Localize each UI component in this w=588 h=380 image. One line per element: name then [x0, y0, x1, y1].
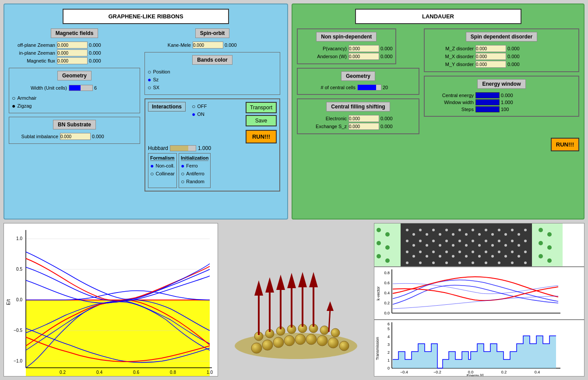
armchair-radio[interactable]: ○ Armchair [12, 94, 36, 101]
svg-point-108 [498, 251, 500, 253]
svg-point-134 [547, 258, 552, 263]
pvacancy-label: P(vacancy) [300, 46, 349, 51]
svg-point-67 [478, 233, 481, 236]
windowwidth-value: 1.000 [501, 100, 513, 105]
run-button[interactable]: RUN!!! [246, 130, 277, 143]
hubbard-value: 1.000 [198, 145, 211, 151]
svg-point-83 [458, 240, 461, 242]
spindisorder-label: Spin dependent disorder [466, 32, 537, 42]
svg-point-29 [339, 341, 349, 351]
bn-substrate-label: BN Substrate [53, 120, 96, 129]
centralcells-label: # of central cells [300, 85, 357, 90]
svg-point-97 [426, 255, 428, 258]
on-radio[interactable]: ●ON [192, 111, 207, 118]
collinear-radio[interactable]: ○Collinear [150, 170, 175, 177]
kanemele-label: Kane-Mele [144, 42, 193, 48]
magnetic-fields-label: Magnetic fields [51, 28, 99, 38]
zigzag-label: Zigzag [17, 103, 32, 108]
off-radio[interactable]: ○OFF [192, 103, 207, 110]
width-label: Width (Unit cells) [12, 85, 69, 91]
my-input[interactable] [475, 61, 506, 68]
random-radio[interactable]: ○Random [181, 178, 209, 185]
svg-point-81 [445, 240, 448, 242]
position-radio[interactable]: ○Position [148, 68, 277, 75]
zigzag-radio[interactable]: ● Zigzag [12, 102, 36, 109]
svg-point-21 [251, 343, 262, 353]
svg-point-28 [328, 338, 338, 348]
svg-point-114 [419, 261, 422, 264]
lattice-svg [374, 223, 563, 267]
off-plane-label: off-plane Zeeman [9, 42, 57, 48]
svg-point-23 [273, 337, 284, 348]
centralcells-value: 20 [383, 85, 388, 90]
svg-point-95 [412, 255, 415, 258]
svg-point-98 [432, 251, 435, 253]
electronic-input[interactable] [349, 115, 379, 122]
centralenergy-slider[interactable] [475, 92, 500, 98]
svg-text:0.2: 0.2 [384, 301, 390, 305]
kanemele-input[interactable] [193, 42, 223, 49]
anderson-value: 0.000 [380, 54, 393, 59]
svg-point-127 [377, 254, 381, 258]
antiferro-radio[interactable]: ○Antiferro [181, 170, 209, 177]
svg-marker-39 [254, 280, 263, 296]
svg-point-74 [524, 229, 527, 231]
svg-text:1: 1 [387, 358, 390, 363]
svg-point-99 [439, 255, 441, 258]
right-run-button[interactable]: RUN!!! [551, 138, 579, 151]
width-slider[interactable] [69, 85, 93, 91]
my-label: M_Y disorder [427, 62, 475, 67]
mx-label: M_X disorder [427, 54, 475, 59]
transmission-chart: 0 1 2 3 4 5 6 −0.4 −0.2 0.0 0.2 0.4 Tran… [374, 320, 584, 377]
ferro-radio[interactable]: ●Ferro [181, 162, 209, 169]
off-plane-input[interactable] [57, 42, 88, 49]
transport-button[interactable]: Transport [246, 102, 277, 113]
hubbard-slider[interactable] [170, 145, 196, 151]
anderson-input[interactable] [349, 53, 379, 60]
save-button[interactable]: Save [246, 115, 277, 126]
svg-point-22 [262, 340, 273, 350]
mx-input[interactable] [475, 53, 506, 60]
centralcells-slider[interactable] [357, 84, 381, 91]
svg-rect-0 [26, 300, 210, 376]
svg-text:−0.5: −0.5 [14, 328, 22, 333]
svg-point-119 [485, 261, 487, 264]
svg-point-79 [432, 240, 435, 242]
flux-input[interactable] [57, 57, 88, 64]
svg-point-123 [377, 228, 381, 232]
pvacancy-input[interactable] [349, 45, 379, 52]
svg-text:2: 2 [387, 350, 390, 355]
kanemele-value: 0.000 [225, 42, 237, 48]
sz-radio[interactable]: ●Sz [148, 76, 277, 83]
in-plane-input[interactable] [57, 49, 88, 56]
svg-point-84 [465, 244, 468, 247]
flux-value: 0.000 [89, 58, 101, 63]
mz-input[interactable] [475, 45, 506, 52]
sublat-input[interactable] [60, 133, 91, 140]
svg-text:Energy [t]: Energy [t] [467, 373, 484, 377]
svg-text:0.2: 0.2 [60, 370, 66, 375]
anderson-label: Anderson (W) [300, 54, 349, 59]
svg-point-111 [518, 255, 520, 258]
svg-point-124 [385, 232, 390, 237]
mz-label: M_Z disorder [427, 46, 475, 51]
svg-text:1.0: 1.0 [207, 370, 213, 375]
svg-point-92 [518, 244, 520, 247]
svg-point-56 [406, 229, 408, 231]
exchange-input[interactable] [349, 123, 379, 130]
svg-point-91 [511, 240, 514, 242]
mx-value: 0.000 [507, 54, 520, 59]
svg-point-112 [524, 251, 527, 253]
svg-point-37 [331, 328, 340, 337]
sx-radio[interactable]: ○SX [148, 84, 277, 91]
svg-text:Transmission: Transmission [375, 337, 380, 360]
windowwidth-slider[interactable] [475, 99, 500, 105]
formalism-title: Formalism [150, 155, 175, 161]
in-plane-value: 0.000 [89, 50, 101, 56]
svg-point-122 [524, 261, 527, 264]
svg-text:4: 4 [387, 335, 390, 339]
in-plane-label: in-plane Zeeman [9, 50, 57, 56]
svg-marker-51 [327, 301, 334, 311]
steps-slider[interactable] [475, 106, 500, 112]
noncoll-radio[interactable]: ●Non-coll. [150, 162, 175, 169]
